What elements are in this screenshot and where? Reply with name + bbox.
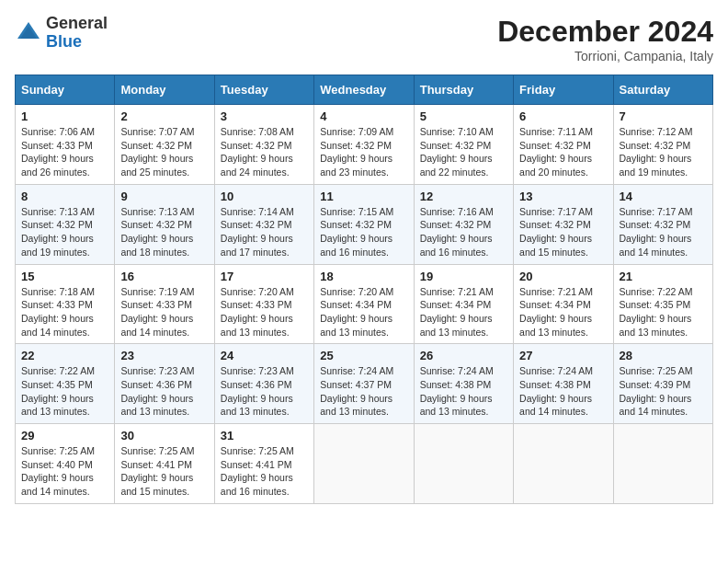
calendar-cell <box>414 424 513 504</box>
calendar-cell <box>514 424 613 504</box>
calendar-cell: 13 Sunrise: 7:17 AM Sunset: 4:32 PM Dayl… <box>514 184 613 264</box>
day-info: Sunrise: 7:15 AM Sunset: 4:32 PM Dayligh… <box>320 205 407 259</box>
day-number: 10 <box>221 190 308 203</box>
day-info: Sunrise: 7:12 AM Sunset: 4:32 PM Dayligh… <box>620 125 707 179</box>
calendar-cell: 16 Sunrise: 7:19 AM Sunset: 4:33 PM Dayl… <box>115 264 214 344</box>
day-info: Sunrise: 7:10 AM Sunset: 4:32 PM Dayligh… <box>420 125 507 179</box>
day-info: Sunrise: 7:17 AM Sunset: 4:32 PM Dayligh… <box>620 205 707 259</box>
day-info: Sunrise: 7:25 AM Sunset: 4:41 PM Dayligh… <box>221 444 308 499</box>
calendar-cell: 25 Sunrise: 7:24 AM Sunset: 4:37 PM Dayl… <box>314 344 414 424</box>
calendar-cell: 29 Sunrise: 7:25 AM Sunset: 4:40 PM Dayl… <box>16 424 115 504</box>
day-info: Sunrise: 7:14 AM Sunset: 4:32 PM Dayligh… <box>221 205 308 259</box>
day-info: Sunrise: 7:24 AM Sunset: 4:37 PM Dayligh… <box>320 364 407 419</box>
calendar-cell: 17 Sunrise: 7:20 AM Sunset: 4:33 PM Dayl… <box>214 264 313 344</box>
column-header-sunday: Sunday <box>16 75 115 105</box>
calendar-cell: 4 Sunrise: 7:09 AM Sunset: 4:32 PM Dayli… <box>314 105 414 185</box>
day-number: 13 <box>519 190 607 203</box>
day-number: 19 <box>420 270 507 283</box>
day-info: Sunrise: 7:18 AM Sunset: 4:33 PM Dayligh… <box>21 285 108 339</box>
day-info: Sunrise: 7:13 AM Sunset: 4:32 PM Dayligh… <box>21 205 108 259</box>
calendar-table: SundayMondayTuesdayWednesdayThursdayFrid… <box>15 75 713 504</box>
calendar-cell: 2 Sunrise: 7:07 AM Sunset: 4:32 PM Dayli… <box>115 105 214 185</box>
day-number: 2 <box>120 109 208 123</box>
month-title: December 2024 <box>497 15 713 49</box>
calendar-cell: 11 Sunrise: 7:15 AM Sunset: 4:32 PM Dayl… <box>314 184 414 264</box>
day-number: 3 <box>221 109 308 123</box>
calendar-week-row: 1 Sunrise: 7:06 AM Sunset: 4:33 PM Dayli… <box>16 105 713 185</box>
calendar-cell: 14 Sunrise: 7:17 AM Sunset: 4:32 PM Dayl… <box>613 184 712 264</box>
calendar-cell: 7 Sunrise: 7:12 AM Sunset: 4:32 PM Dayli… <box>613 105 712 185</box>
calendar-cell: 27 Sunrise: 7:24 AM Sunset: 4:38 PM Dayl… <box>514 344 613 424</box>
calendar-week-row: 22 Sunrise: 7:22 AM Sunset: 4:35 PM Dayl… <box>16 344 713 424</box>
day-number: 15 <box>21 270 108 283</box>
day-number: 24 <box>221 349 308 362</box>
day-number: 30 <box>120 429 208 442</box>
day-info: Sunrise: 7:23 AM Sunset: 4:36 PM Dayligh… <box>221 364 308 419</box>
calendar-week-row: 29 Sunrise: 7:25 AM Sunset: 4:40 PM Dayl… <box>16 424 713 504</box>
day-number: 31 <box>221 429 308 442</box>
calendar-cell: 23 Sunrise: 7:23 AM Sunset: 4:36 PM Dayl… <box>115 344 214 424</box>
day-info: Sunrise: 7:24 AM Sunset: 4:38 PM Dayligh… <box>420 364 507 419</box>
calendar-cell: 10 Sunrise: 7:14 AM Sunset: 4:32 PM Dayl… <box>214 184 313 264</box>
column-header-wednesday: Wednesday <box>314 75 414 105</box>
day-number: 5 <box>420 109 507 123</box>
day-info: Sunrise: 7:19 AM Sunset: 4:33 PM Dayligh… <box>120 285 208 339</box>
calendar-cell: 1 Sunrise: 7:06 AM Sunset: 4:33 PM Dayli… <box>16 105 115 185</box>
calendar-cell: 3 Sunrise: 7:08 AM Sunset: 4:32 PM Dayli… <box>214 105 313 185</box>
calendar-cell: 19 Sunrise: 7:21 AM Sunset: 4:34 PM Dayl… <box>414 264 513 344</box>
title-block: December 2024 Torrioni, Campania, Italy <box>497 15 713 63</box>
calendar-cell: 22 Sunrise: 7:22 AM Sunset: 4:35 PM Dayl… <box>16 344 115 424</box>
calendar-cell: 9 Sunrise: 7:13 AM Sunset: 4:32 PM Dayli… <box>115 184 214 264</box>
day-number: 27 <box>519 349 607 362</box>
page-header: General Blue December 2024 Torrioni, Cam… <box>15 15 713 63</box>
day-number: 18 <box>320 270 407 283</box>
logo-blue-text: Blue <box>46 32 82 51</box>
column-header-monday: Monday <box>115 75 214 105</box>
day-info: Sunrise: 7:06 AM Sunset: 4:33 PM Dayligh… <box>21 125 108 179</box>
calendar-cell: 6 Sunrise: 7:11 AM Sunset: 4:32 PM Dayli… <box>514 105 613 185</box>
calendar-cell: 20 Sunrise: 7:21 AM Sunset: 4:34 PM Dayl… <box>514 264 613 344</box>
calendar-cell: 12 Sunrise: 7:16 AM Sunset: 4:32 PM Dayl… <box>414 184 513 264</box>
calendar-week-row: 15 Sunrise: 7:18 AM Sunset: 4:33 PM Dayl… <box>16 264 713 344</box>
calendar-cell: 15 Sunrise: 7:18 AM Sunset: 4:33 PM Dayl… <box>16 264 115 344</box>
day-number: 1 <box>21 109 108 123</box>
calendar-week-row: 8 Sunrise: 7:13 AM Sunset: 4:32 PM Dayli… <box>16 184 713 264</box>
calendar-cell: 26 Sunrise: 7:24 AM Sunset: 4:38 PM Dayl… <box>414 344 513 424</box>
location: Torrioni, Campania, Italy <box>497 49 713 63</box>
day-number: 9 <box>120 190 208 203</box>
day-number: 20 <box>519 270 607 283</box>
day-number: 12 <box>420 190 507 203</box>
calendar-header-row: SundayMondayTuesdayWednesdayThursdayFrid… <box>16 75 713 105</box>
day-info: Sunrise: 7:20 AM Sunset: 4:33 PM Dayligh… <box>221 285 308 339</box>
day-info: Sunrise: 7:07 AM Sunset: 4:32 PM Dayligh… <box>120 125 208 179</box>
logo-general-text: General <box>46 14 108 32</box>
logo-icon <box>15 19 42 47</box>
day-info: Sunrise: 7:23 AM Sunset: 4:36 PM Dayligh… <box>120 364 208 419</box>
day-info: Sunrise: 7:22 AM Sunset: 4:35 PM Dayligh… <box>21 364 108 419</box>
calendar-cell: 18 Sunrise: 7:20 AM Sunset: 4:34 PM Dayl… <box>314 264 414 344</box>
calendar-cell: 31 Sunrise: 7:25 AM Sunset: 4:41 PM Dayl… <box>214 424 313 504</box>
day-number: 16 <box>120 270 208 283</box>
logo: General Blue <box>15 15 108 52</box>
column-header-thursday: Thursday <box>414 75 513 105</box>
day-number: 11 <box>320 190 407 203</box>
column-header-saturday: Saturday <box>613 75 712 105</box>
day-number: 28 <box>620 349 707 362</box>
day-info: Sunrise: 7:08 AM Sunset: 4:32 PM Dayligh… <box>221 125 308 179</box>
day-number: 22 <box>21 349 108 362</box>
column-header-tuesday: Tuesday <box>214 75 313 105</box>
day-number: 8 <box>21 190 108 203</box>
day-info: Sunrise: 7:25 AM Sunset: 4:39 PM Dayligh… <box>620 364 707 419</box>
day-info: Sunrise: 7:24 AM Sunset: 4:38 PM Dayligh… <box>519 364 607 419</box>
calendar-cell: 21 Sunrise: 7:22 AM Sunset: 4:35 PM Dayl… <box>613 264 712 344</box>
day-number: 26 <box>420 349 507 362</box>
day-info: Sunrise: 7:25 AM Sunset: 4:40 PM Dayligh… <box>21 444 108 499</box>
day-info: Sunrise: 7:11 AM Sunset: 4:32 PM Dayligh… <box>519 125 607 179</box>
calendar-cell: 5 Sunrise: 7:10 AM Sunset: 4:32 PM Dayli… <box>414 105 513 185</box>
day-info: Sunrise: 7:25 AM Sunset: 4:41 PM Dayligh… <box>120 444 208 499</box>
calendar-cell: 8 Sunrise: 7:13 AM Sunset: 4:32 PM Dayli… <box>16 184 115 264</box>
column-header-friday: Friday <box>514 75 613 105</box>
day-number: 23 <box>120 349 208 362</box>
day-number: 25 <box>320 349 407 362</box>
day-info: Sunrise: 7:16 AM Sunset: 4:32 PM Dayligh… <box>420 205 507 259</box>
